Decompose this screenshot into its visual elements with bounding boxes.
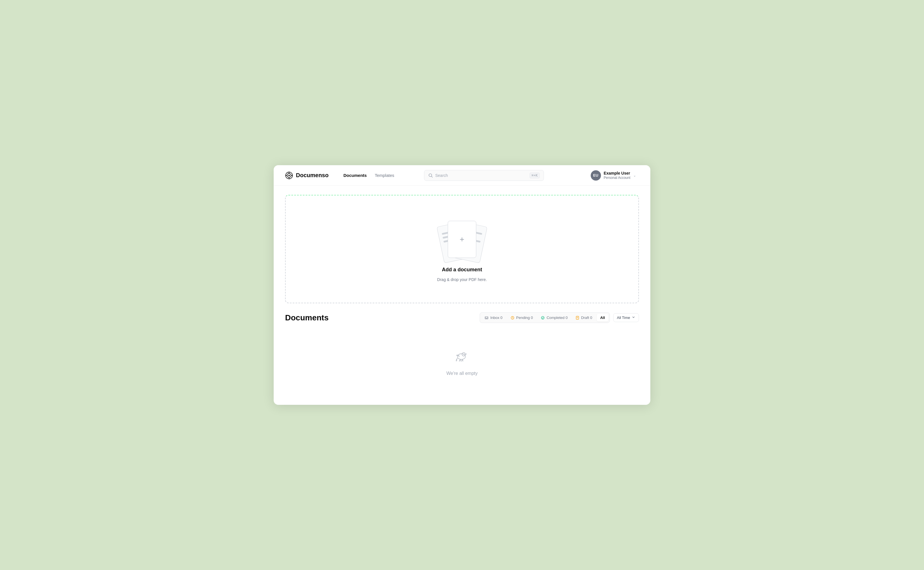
search-icon (428, 173, 433, 178)
svg-line-8 (432, 176, 433, 178)
time-filter[interactable]: All Time (613, 313, 639, 322)
filter-pending-label: Pending 0 (516, 316, 533, 320)
filter-all-label: All (600, 316, 605, 320)
filter-tab-completed[interactable]: Completed 0 (537, 314, 571, 322)
time-filter-label: All Time (617, 316, 630, 320)
svg-point-16 (464, 354, 464, 354)
search-placeholder-text: Search (435, 173, 527, 178)
empty-state: We're all empty (285, 330, 639, 393)
documents-title: Documents (285, 313, 328, 322)
completed-icon (541, 316, 545, 320)
user-account: Personal Account (604, 176, 630, 180)
filter-tab-all[interactable]: All (597, 314, 608, 322)
nav-documents[interactable]: Documents (340, 171, 370, 179)
logo-icon (285, 172, 293, 179)
inbox-icon (484, 316, 489, 320)
main-content: + Add a document Drag & drop your PDF he… (274, 186, 650, 405)
header: Documenso Documents Templates Search ⌘+K… (274, 165, 650, 186)
upload-subtitle: Drag & drop your PDF here. (437, 277, 487, 282)
logo-link[interactable]: Documenso (285, 172, 328, 179)
documents-section: Documents Inbox 0 (285, 313, 639, 393)
svg-point-10 (541, 316, 544, 319)
filter-tab-pending[interactable]: Pending 0 (507, 314, 536, 322)
app-window: Documenso Documents Templates Search ⌘+K… (274, 165, 650, 405)
main-nav: Documents Templates (340, 171, 397, 179)
empty-state-text: We're all empty (446, 371, 477, 376)
avatar: EU (591, 170, 601, 181)
filter-tab-draft[interactable]: Draft 0 (572, 314, 596, 322)
pending-icon (510, 316, 515, 320)
upload-zone[interactable]: + Add a document Drag & drop your PDF he… (285, 195, 639, 303)
filter-completed-label: Completed 0 (547, 316, 568, 320)
search-bar[interactable]: Search ⌘+K (424, 170, 544, 181)
svg-point-14 (457, 354, 466, 360)
bird-icon (453, 347, 471, 366)
user-info: Example User Personal Account (604, 171, 630, 180)
search-shortcut: ⌘+K (530, 173, 540, 178)
user-menu[interactable]: EU Example User Personal Account ⌄ (588, 169, 639, 182)
chevron-down-icon-time (632, 316, 635, 320)
svg-point-2 (288, 175, 290, 176)
filter-tabs: Inbox 0 Pending 0 (480, 313, 610, 323)
user-name: Example User (604, 171, 630, 176)
logo-text: Documenso (296, 172, 328, 179)
documents-header: Documents Inbox 0 (285, 313, 639, 323)
filter-draft-label: Draft 0 (581, 316, 592, 320)
upload-title: Add a document (442, 267, 482, 273)
doc-stack-illustration: + (439, 216, 485, 262)
filter-tab-inbox[interactable]: Inbox 0 (481, 314, 506, 322)
plus-icon: + (460, 235, 464, 244)
doc-card-center: + (448, 221, 476, 258)
nav-templates[interactable]: Templates (371, 171, 397, 179)
chevron-down-icon: ⌄ (633, 173, 636, 178)
draft-icon (576, 316, 579, 320)
filter-inbox-label: Inbox 0 (490, 316, 503, 320)
